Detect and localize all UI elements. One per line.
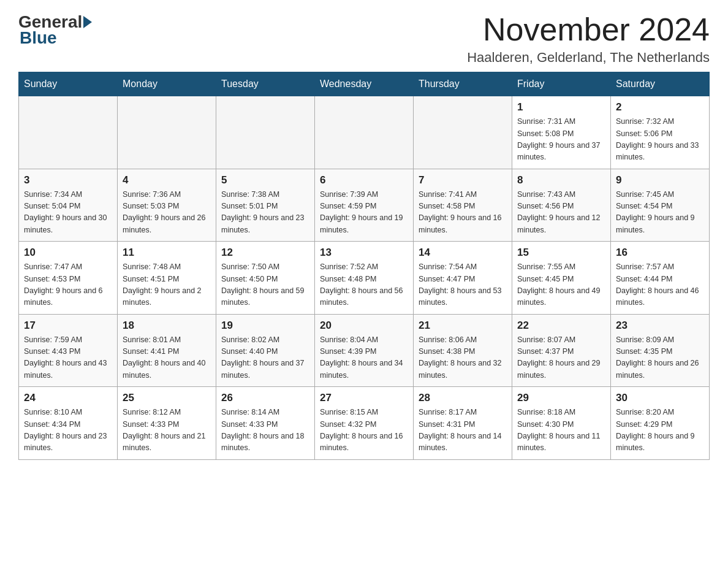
day-number: 3	[24, 174, 112, 186]
day-number: 11	[123, 247, 211, 259]
calendar-day-cell: 28Sunrise: 8:17 AMSunset: 4:31 PMDayligh…	[414, 387, 512, 460]
calendar-table: SundayMondayTuesdayWednesdayThursdayFrid…	[18, 72, 710, 460]
day-number: 12	[221, 247, 309, 259]
weekday-header-friday: Friday	[512, 72, 611, 96]
day-info: Sunrise: 7:31 AMSunset: 5:08 PMDaylight:…	[517, 116, 605, 164]
day-info: Sunrise: 8:02 AMSunset: 4:40 PMDaylight:…	[221, 334, 309, 382]
day-number: 27	[320, 392, 408, 404]
calendar-day-cell: 19Sunrise: 8:02 AMSunset: 4:40 PMDayligh…	[216, 314, 315, 387]
logo: General Blue	[18, 12, 92, 48]
calendar-day-cell: 16Sunrise: 7:57 AMSunset: 4:44 PMDayligh…	[611, 242, 710, 315]
day-number: 2	[616, 101, 704, 113]
calendar-day-cell: 5Sunrise: 7:38 AMSunset: 5:01 PMDaylight…	[216, 169, 315, 242]
day-number: 16	[616, 247, 704, 259]
day-info: Sunrise: 7:47 AMSunset: 4:53 PMDaylight:…	[24, 261, 112, 309]
calendar-header: SundayMondayTuesdayWednesdayThursdayFrid…	[19, 72, 710, 96]
weekday-header-saturday: Saturday	[611, 72, 710, 96]
calendar-day-cell: 10Sunrise: 7:47 AMSunset: 4:53 PMDayligh…	[19, 242, 118, 315]
day-number: 17	[24, 320, 112, 332]
day-info: Sunrise: 7:32 AMSunset: 5:06 PMDaylight:…	[616, 116, 704, 164]
day-number: 29	[517, 392, 605, 404]
day-info: Sunrise: 7:36 AMSunset: 5:03 PMDaylight:…	[123, 189, 211, 237]
day-info: Sunrise: 7:59 AMSunset: 4:43 PMDaylight:…	[24, 334, 112, 382]
calendar-day-cell: 9Sunrise: 7:45 AMSunset: 4:54 PMDaylight…	[611, 169, 710, 242]
day-number: 4	[123, 174, 211, 186]
logo-arrow-icon	[83, 16, 92, 28]
day-info: Sunrise: 7:57 AMSunset: 4:44 PMDaylight:…	[616, 261, 704, 309]
calendar-day-cell: 3Sunrise: 7:34 AMSunset: 5:04 PMDaylight…	[19, 169, 118, 242]
page-header: General Blue November 2024 Haalderen, Ge…	[18, 12, 710, 66]
calendar-day-cell: 2Sunrise: 7:32 AMSunset: 5:06 PMDaylight…	[611, 96, 710, 169]
day-number: 22	[517, 320, 605, 332]
day-info: Sunrise: 8:14 AMSunset: 4:33 PMDaylight:…	[221, 407, 309, 454]
day-number: 18	[123, 320, 211, 332]
day-info: Sunrise: 7:54 AMSunset: 4:47 PMDaylight:…	[419, 261, 507, 309]
day-number: 6	[320, 174, 408, 186]
day-info: Sunrise: 8:07 AMSunset: 4:37 PMDaylight:…	[517, 334, 605, 382]
day-info: Sunrise: 7:41 AMSunset: 4:58 PMDaylight:…	[419, 189, 507, 237]
calendar-week-row: 1Sunrise: 7:31 AMSunset: 5:08 PMDaylight…	[19, 96, 710, 169]
calendar-day-cell	[216, 96, 315, 169]
calendar-day-cell	[315, 96, 414, 169]
day-info: Sunrise: 7:38 AMSunset: 5:01 PMDaylight:…	[221, 189, 309, 237]
calendar-day-cell: 17Sunrise: 7:59 AMSunset: 4:43 PMDayligh…	[19, 314, 118, 387]
calendar-day-cell: 30Sunrise: 8:20 AMSunset: 4:29 PMDayligh…	[611, 387, 710, 460]
calendar-week-row: 3Sunrise: 7:34 AMSunset: 5:04 PMDaylight…	[19, 169, 710, 242]
day-info: Sunrise: 8:12 AMSunset: 4:33 PMDaylight:…	[123, 407, 211, 454]
calendar-day-cell: 18Sunrise: 8:01 AMSunset: 4:41 PMDayligh…	[118, 314, 216, 387]
title-area: November 2024 Haalderen, Gelderland, The…	[467, 12, 710, 66]
calendar-day-cell: 15Sunrise: 7:55 AMSunset: 4:45 PMDayligh…	[512, 242, 611, 315]
day-number: 23	[616, 320, 704, 332]
calendar-week-row: 10Sunrise: 7:47 AMSunset: 4:53 PMDayligh…	[19, 242, 710, 315]
day-info: Sunrise: 7:48 AMSunset: 4:51 PMDaylight:…	[123, 261, 211, 309]
day-number: 24	[24, 392, 112, 404]
calendar-day-cell: 24Sunrise: 8:10 AMSunset: 4:34 PMDayligh…	[19, 387, 118, 460]
day-info: Sunrise: 7:50 AMSunset: 4:50 PMDaylight:…	[221, 261, 309, 309]
weekday-header-thursday: Thursday	[414, 72, 512, 96]
weekday-header-wednesday: Wednesday	[315, 72, 414, 96]
logo-blue-text: Blue	[18, 28, 57, 48]
weekday-header-monday: Monday	[118, 72, 216, 96]
day-info: Sunrise: 8:04 AMSunset: 4:39 PMDaylight:…	[320, 334, 408, 382]
day-number: 25	[123, 392, 211, 404]
day-info: Sunrise: 8:17 AMSunset: 4:31 PMDaylight:…	[419, 407, 507, 454]
day-info: Sunrise: 8:01 AMSunset: 4:41 PMDaylight:…	[123, 334, 211, 382]
calendar-day-cell: 6Sunrise: 7:39 AMSunset: 4:59 PMDaylight…	[315, 169, 414, 242]
calendar-day-cell	[19, 96, 118, 169]
calendar-day-cell: 26Sunrise: 8:14 AMSunset: 4:33 PMDayligh…	[216, 387, 315, 460]
day-number: 30	[616, 392, 704, 404]
calendar-week-row: 24Sunrise: 8:10 AMSunset: 4:34 PMDayligh…	[19, 387, 710, 460]
day-number: 1	[517, 101, 605, 113]
day-number: 8	[517, 174, 605, 186]
calendar-day-cell: 14Sunrise: 7:54 AMSunset: 4:47 PMDayligh…	[414, 242, 512, 315]
day-info: Sunrise: 7:55 AMSunset: 4:45 PMDaylight:…	[517, 261, 605, 309]
calendar-day-cell: 25Sunrise: 8:12 AMSunset: 4:33 PMDayligh…	[118, 387, 216, 460]
day-number: 14	[419, 247, 507, 259]
calendar-day-cell	[414, 96, 512, 169]
day-info: Sunrise: 8:15 AMSunset: 4:32 PMDaylight:…	[320, 407, 408, 454]
day-number: 5	[221, 174, 309, 186]
calendar-day-cell: 12Sunrise: 7:50 AMSunset: 4:50 PMDayligh…	[216, 242, 315, 315]
day-number: 15	[517, 247, 605, 259]
calendar-day-cell: 22Sunrise: 8:07 AMSunset: 4:37 PMDayligh…	[512, 314, 611, 387]
calendar-day-cell	[118, 96, 216, 169]
calendar-day-cell: 20Sunrise: 8:04 AMSunset: 4:39 PMDayligh…	[315, 314, 414, 387]
day-info: Sunrise: 8:06 AMSunset: 4:38 PMDaylight:…	[419, 334, 507, 382]
day-number: 21	[419, 320, 507, 332]
calendar-day-cell: 8Sunrise: 7:43 AMSunset: 4:56 PMDaylight…	[512, 169, 611, 242]
location-subtitle: Haalderen, Gelderland, The Netherlands	[467, 50, 710, 66]
day-number: 10	[24, 247, 112, 259]
day-number: 7	[419, 174, 507, 186]
day-info: Sunrise: 7:43 AMSunset: 4:56 PMDaylight:…	[517, 189, 605, 237]
calendar-day-cell: 7Sunrise: 7:41 AMSunset: 4:58 PMDaylight…	[414, 169, 512, 242]
day-info: Sunrise: 8:18 AMSunset: 4:30 PMDaylight:…	[517, 407, 605, 454]
calendar-day-cell: 11Sunrise: 7:48 AMSunset: 4:51 PMDayligh…	[118, 242, 216, 315]
weekday-header-row: SundayMondayTuesdayWednesdayThursdayFrid…	[19, 72, 710, 96]
calendar-day-cell: 29Sunrise: 8:18 AMSunset: 4:30 PMDayligh…	[512, 387, 611, 460]
day-number: 20	[320, 320, 408, 332]
calendar-day-cell: 27Sunrise: 8:15 AMSunset: 4:32 PMDayligh…	[315, 387, 414, 460]
day-number: 9	[616, 174, 704, 186]
day-info: Sunrise: 7:52 AMSunset: 4:48 PMDaylight:…	[320, 261, 408, 309]
day-info: Sunrise: 7:45 AMSunset: 4:54 PMDaylight:…	[616, 189, 704, 237]
day-number: 13	[320, 247, 408, 259]
